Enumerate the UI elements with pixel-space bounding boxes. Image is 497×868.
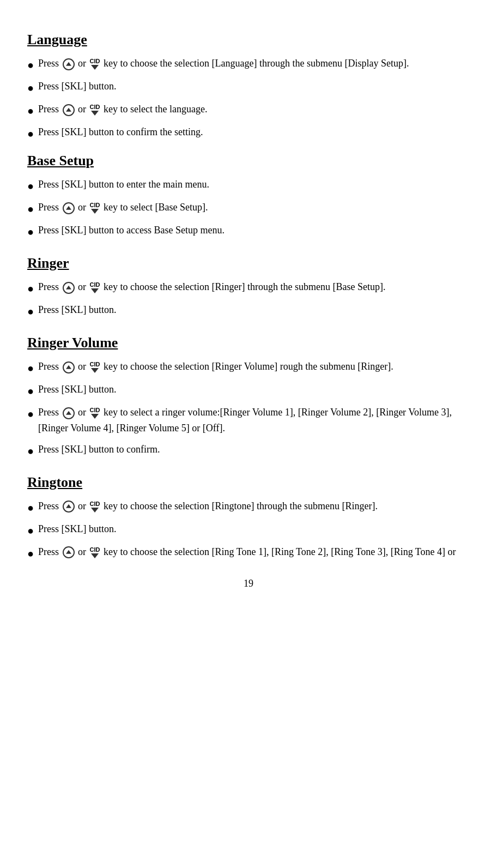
- list-item: ● Press [SKL] button to enter the main m…: [27, 177, 470, 194]
- bullet-text: Press or CID key to select a ringer volu…: [38, 405, 470, 436]
- list-item: ● Press [SKL] button to confirm.: [27, 442, 470, 459]
- list-item: ● Press or CID key to choose the selecti…: [27, 279, 470, 297]
- nav-up-icon: [63, 282, 75, 294]
- cid-arrow: [91, 414, 99, 419]
- nav-icon-group: [62, 282, 76, 294]
- bullet-text: Press or CID key to select [Base Setup].: [38, 200, 208, 215]
- bullet-text: Press or CID key to choose the selection…: [38, 56, 409, 71]
- cid-arrow: [91, 111, 99, 116]
- nav-icon-group: [62, 361, 76, 373]
- cid-arrow: [91, 368, 99, 373]
- list-item: ● Press or CID key to choose the selecti…: [27, 544, 470, 562]
- bullet-dot: ●: [27, 360, 34, 376]
- bullet-text: Press [SKL] button.: [38, 382, 117, 397]
- page-number: 19: [27, 578, 470, 589]
- list-item: ● Press [SKL] button.: [27, 382, 470, 399]
- bullet-text: Press or CID key to select the language.: [38, 101, 207, 117]
- bullet-text: Press [SKL] button to confirm the settin…: [38, 124, 203, 140]
- cid-arrow: [91, 288, 99, 293]
- nav-icon-group: [62, 104, 76, 116]
- cid-down-icon: CID: [90, 501, 100, 513]
- nav-icon-group: [62, 407, 76, 419]
- bullet-text: Press [SKL] button to enter the main men…: [38, 177, 209, 192]
- bullet-dot: ●: [27, 383, 34, 399]
- cid-down-icon: CID: [90, 361, 100, 373]
- base-setup-heading: Base Setup: [27, 153, 470, 169]
- cid-arrow: [91, 65, 99, 70]
- bullet-dot: ●: [27, 178, 34, 194]
- cid-down-icon: CID: [90, 407, 100, 419]
- bullet-dot: ●: [27, 80, 34, 96]
- bullet-text: Press [SKL] button.: [38, 302, 117, 318]
- bullet-dot: ●: [27, 57, 34, 73]
- bullet-dot: ●: [27, 443, 34, 459]
- bullet-text: Press [SKL] button to confirm.: [38, 442, 160, 457]
- nav-up-icon: [63, 104, 75, 116]
- cid-label: CID: [90, 501, 100, 507]
- cid-down-icon: CID: [90, 547, 100, 558]
- cid-label: CID: [90, 407, 100, 413]
- bullet-dot: ●: [27, 522, 34, 539]
- nav-icon-group: [62, 202, 76, 214]
- list-item: ● Press or CID key to choose the selecti…: [27, 359, 470, 376]
- cid-label: CID: [90, 202, 100, 208]
- cid-label: CID: [90, 547, 100, 553]
- cid-arrow: [91, 209, 99, 214]
- nav-up-icon: [63, 501, 75, 513]
- nav-up-icon: [63, 202, 75, 214]
- list-item: ● Press or CID key to select the languag…: [27, 101, 470, 119]
- list-item: ● Press [SKL] button to access Base Setu…: [27, 222, 470, 240]
- list-item: ● Press [SKL] button.: [27, 302, 470, 320]
- cid-down-icon: CID: [90, 104, 100, 116]
- bullet-dot: ●: [27, 406, 34, 422]
- nav-icon-group: [62, 546, 76, 558]
- cid-label: CID: [90, 282, 100, 288]
- cid-label: CID: [90, 361, 100, 367]
- nav-up-icon: [63, 361, 75, 373]
- bullet-dot: ●: [27, 280, 34, 297]
- list-item: ● Press or CID key to choose the selecti…: [27, 498, 470, 516]
- bullet-dot: ●: [27, 201, 34, 217]
- bullet-text: Press [SKL] button.: [38, 79, 117, 94]
- ringer-volume-heading: Ringer Volume: [27, 335, 470, 351]
- bullet-dot: ●: [27, 103, 34, 119]
- cid-down-icon: CID: [90, 282, 100, 293]
- bullet-dot: ●: [27, 303, 34, 320]
- bullet-text: Press or CID key to choose the selection…: [38, 544, 456, 560]
- cid-down-icon: CID: [90, 202, 100, 214]
- list-item: ● Press [SKL] button to confirm the sett…: [27, 124, 470, 142]
- cid-down-icon: CID: [90, 58, 100, 70]
- nav-icon-group: [62, 501, 76, 513]
- bullet-text: Press [SKL] button to access Base Setup …: [38, 222, 225, 238]
- nav-icon-group: [62, 58, 76, 70]
- bullet-dot: ●: [27, 499, 34, 516]
- ringer-heading: Ringer: [27, 255, 470, 272]
- list-item: ● Press [SKL] button.: [27, 79, 470, 96]
- bullet-dot: ●: [27, 545, 34, 562]
- cid-arrow: [91, 553, 99, 558]
- cid-label: CID: [90, 104, 100, 110]
- list-item: ● Press or CID key to choose the selecti…: [27, 56, 470, 73]
- list-item: ● Press or CID key to select a ringer vo…: [27, 405, 470, 436]
- bullet-dot: ●: [27, 125, 34, 142]
- nav-up-icon: [63, 407, 75, 419]
- bullet-text: Press [SKL] button.: [38, 521, 117, 537]
- bullet-text: Press or CID key to choose the selection…: [38, 279, 385, 295]
- nav-up-icon: [63, 58, 75, 70]
- cid-arrow: [91, 508, 99, 513]
- list-item: ● Press or CID key to select [Base Setup…: [27, 200, 470, 217]
- bullet-text: Press or CID key to choose the selection…: [38, 498, 378, 514]
- list-item: ● Press [SKL] button.: [27, 521, 470, 539]
- bullet-dot: ●: [27, 224, 34, 240]
- bullet-text: Press or CID key to choose the selection…: [38, 359, 393, 375]
- cid-label: CID: [90, 58, 100, 64]
- ringtone-heading: Ringtone: [27, 474, 470, 491]
- nav-up-icon: [63, 546, 75, 558]
- language-heading: Language: [27, 32, 470, 48]
